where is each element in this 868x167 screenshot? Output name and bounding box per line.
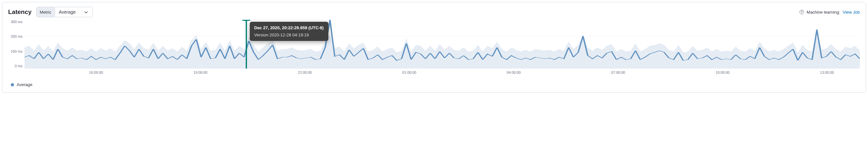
legend-label: Average bbox=[17, 82, 32, 87]
x-tick: 10:00:00 bbox=[716, 71, 730, 74]
ml-label: Machine learning: bbox=[807, 10, 840, 15]
x-tick: 19:00:00 bbox=[193, 71, 207, 74]
plot-area[interactable]: Dec 27, 2020, 20:22:29.859 (UTC-8) Versi… bbox=[25, 20, 860, 69]
header-left: Latency Metric Average bbox=[8, 7, 93, 17]
x-tick: 04:00:00 bbox=[507, 71, 521, 74]
metric-select-label: Metric bbox=[36, 7, 55, 17]
y-axis: 300 ms200 ms100 ms0 ms bbox=[8, 20, 25, 69]
chart-area[interactable]: 300 ms200 ms100 ms0 ms Dec 27, 2020, 20:… bbox=[8, 20, 860, 69]
x-tick: 16:00:00 bbox=[89, 71, 103, 74]
metric-select-value[interactable]: Average bbox=[55, 7, 93, 17]
header-right: ? Machine learning: View Job bbox=[800, 10, 860, 15]
x-axis: 16:00:0019:00:0022:00:0001:00:0004:00:00… bbox=[26, 71, 860, 75]
y-tick: 200 ms bbox=[11, 34, 23, 38]
x-tick: 13:00:00 bbox=[820, 71, 834, 74]
panel-title: Latency bbox=[8, 8, 32, 15]
y-tick: 100 ms bbox=[11, 49, 23, 53]
x-tick: 01:00:00 bbox=[402, 71, 416, 74]
view-job-link[interactable]: View Job bbox=[843, 10, 860, 15]
panel-header: Latency Metric Average ? Machine learnin… bbox=[8, 7, 860, 17]
latency-panel: Latency Metric Average ? Machine learnin… bbox=[2, 2, 866, 93]
x-tick: 22:00:00 bbox=[298, 71, 312, 74]
metric-select[interactable]: Metric Average bbox=[36, 7, 93, 17]
legend-dot-icon bbox=[11, 83, 14, 86]
help-icon[interactable]: ? bbox=[800, 10, 804, 14]
y-tick: 0 ms bbox=[15, 64, 23, 68]
legend: Average bbox=[11, 82, 860, 87]
svg-point-5 bbox=[242, 20, 251, 21]
metric-select-value-text: Average bbox=[59, 9, 76, 15]
plot-svg bbox=[25, 20, 860, 69]
y-tick: 300 ms bbox=[11, 20, 23, 24]
x-tick: 07:00:00 bbox=[611, 71, 625, 74]
chevron-down-icon bbox=[84, 10, 88, 14]
